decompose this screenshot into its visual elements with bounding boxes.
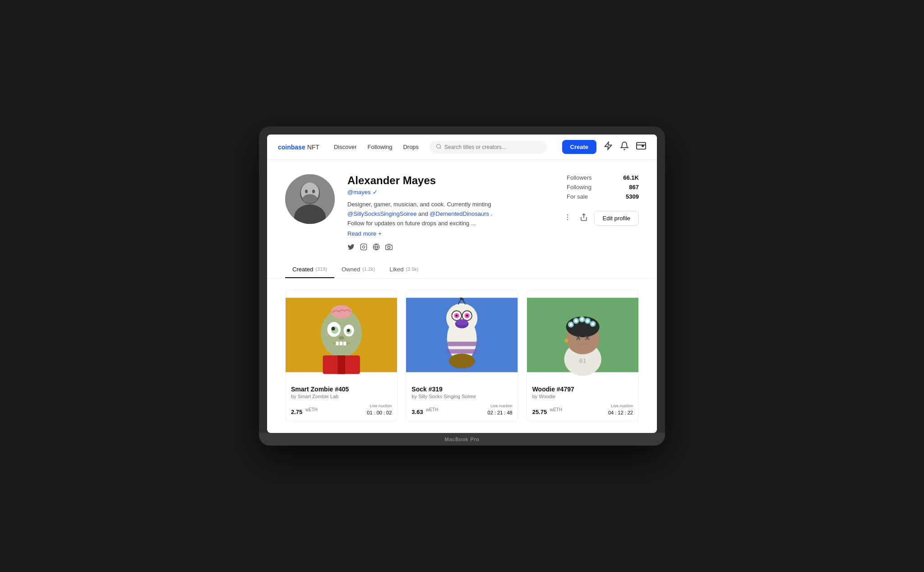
svg-point-10 xyxy=(305,190,308,193)
svg-point-53 xyxy=(456,319,468,325)
search-input[interactable] xyxy=(444,144,541,150)
nav-following[interactable]: Following xyxy=(368,144,393,150)
tab-created-label: Created xyxy=(292,266,313,273)
tabs-section: Created (319) Owned (1.2k) Liked (3.5k) xyxy=(267,261,657,279)
svg-point-12 xyxy=(303,194,317,203)
svg-point-68 xyxy=(586,319,589,322)
nft-price-3: 25.75 wETH xyxy=(532,407,562,416)
nft-title-2: Sock #319 xyxy=(411,386,512,393)
nft-card-2[interactable]: Sock #319 by Silly Socks Singing Soiree … xyxy=(406,289,518,422)
svg-point-70 xyxy=(591,322,594,326)
tab-liked-label: Liked xyxy=(389,266,403,273)
tab-liked[interactable]: Liked (3.5k) xyxy=(382,261,425,278)
laptop-base-label: MacBook Pro xyxy=(444,437,479,442)
svg-point-19 xyxy=(567,217,568,218)
svg-rect-32 xyxy=(336,342,339,345)
bio-link1[interactable]: @SillySocksSingingSoiree xyxy=(347,210,416,217)
nft-price-row-2: 3.63 wETH Live Auction 02 : 21 : 48 xyxy=(411,404,512,416)
forsale-label: For sale xyxy=(567,193,588,200)
bio-link2[interactable]: @DementedDinosaurs xyxy=(430,210,489,217)
svg-point-64 xyxy=(574,319,578,322)
instagram-icon[interactable] xyxy=(360,243,367,252)
stat-following: Following 867 xyxy=(567,184,639,191)
create-button[interactable]: Create xyxy=(562,140,596,154)
nft-card-1[interactable]: Smart Zombie #405 by Smart Zombie Lab 2.… xyxy=(285,289,397,422)
svg-point-47 xyxy=(466,314,468,316)
search-bar[interactable] xyxy=(430,141,547,153)
nft-image-1 xyxy=(286,290,397,380)
bolt-icon[interactable] xyxy=(604,141,613,153)
stat-followers: Followers 66.1K xyxy=(567,174,639,181)
forsale-value: 5309 xyxy=(626,193,639,200)
nft-price-2: 3.63 wETH xyxy=(411,407,438,416)
svg-rect-33 xyxy=(340,342,343,345)
stat-forsale: For sale 5309 xyxy=(567,193,639,200)
bio-and: and xyxy=(418,210,430,217)
svg-point-66 xyxy=(580,318,583,321)
followers-value: 66.1K xyxy=(623,174,639,181)
bio-text: Designer, gamer, musician, and cook. Cur… xyxy=(347,201,491,208)
following-value: 867 xyxy=(629,184,639,191)
bio-suffix: . xyxy=(491,210,493,217)
bell-icon[interactable] xyxy=(620,141,629,153)
nft-grid: Smart Zombie #405 by Smart Zombie Lab 2.… xyxy=(267,279,657,433)
camera-icon[interactable] xyxy=(385,243,393,252)
logo-nft-text: NFT xyxy=(307,144,319,151)
nft-info-3: Woodie #4797 by Woodie 25.75 wETH Live A… xyxy=(527,380,638,422)
globe-icon[interactable] xyxy=(373,243,380,252)
verified-icon: ✓ xyxy=(373,189,378,195)
read-more-button[interactable]: Read more + xyxy=(347,230,549,237)
svg-text:01: 01 xyxy=(579,358,586,364)
svg-rect-40 xyxy=(447,349,477,353)
twitter-icon[interactable] xyxy=(347,243,355,252)
svg-point-30 xyxy=(331,305,352,319)
nav-discover[interactable]: Discover xyxy=(334,144,357,150)
social-icons xyxy=(347,243,549,252)
wallet-icon[interactable] xyxy=(636,141,646,153)
nft-info-2: Sock #319 by Silly Socks Singing Soiree … xyxy=(406,380,517,422)
profile-name: Alexander Mayes xyxy=(347,174,549,187)
nft-price-1: 2.75 wETH xyxy=(291,407,318,416)
svg-point-51 xyxy=(462,298,464,300)
svg-point-62 xyxy=(569,323,573,326)
profile-section: Alexander Mayes @mayes ✓ Designer, gamer… xyxy=(267,160,657,261)
navbar: coinbase NFT Discover Following Drops Cr… xyxy=(267,135,657,160)
nft-title-3: Woodie #4797 xyxy=(532,386,633,393)
profile-stats: Followers 66.1K Following 867 For sale 5… xyxy=(567,174,639,200)
nft-info-1: Smart Zombie #405 by Smart Zombie Lab 2.… xyxy=(286,380,397,422)
nav-drops[interactable]: Drops xyxy=(403,144,419,150)
followers-label: Followers xyxy=(567,174,592,181)
svg-rect-39 xyxy=(447,342,477,346)
tab-owned-label: Owned xyxy=(342,266,360,273)
profile-info: Alexander Mayes @mayes ✓ Designer, gamer… xyxy=(347,174,549,252)
action-row: Edit profile xyxy=(562,211,639,226)
nft-auction-2: Live Auction 02 : 21 : 48 xyxy=(488,404,513,416)
nft-card-3[interactable]: 01 xyxy=(527,289,639,422)
logo-coinbase-text: coinbase xyxy=(278,144,305,151)
nft-auction-3: Live Auction 04 : 12 : 22 xyxy=(608,404,633,416)
tab-owned[interactable]: Owned (1.2k) xyxy=(334,261,382,278)
following-label: Following xyxy=(567,184,591,191)
nft-creator-3: by Woodie xyxy=(532,394,633,399)
profile-handle: @mayes ✓ xyxy=(347,189,549,195)
svg-point-27 xyxy=(331,327,335,330)
nav-right: Create xyxy=(562,140,646,154)
nft-price-row-3: 25.75 wETH Live Auction 04 : 12 : 22 xyxy=(532,404,633,416)
share-button[interactable] xyxy=(578,211,590,225)
svg-point-46 xyxy=(456,314,458,316)
tab-created-count: (319) xyxy=(315,266,327,272)
nft-image-2 xyxy=(406,290,517,380)
more-options-button[interactable] xyxy=(562,211,573,225)
logo[interactable]: coinbase NFT xyxy=(278,144,319,151)
svg-point-17 xyxy=(388,246,390,248)
nft-image-3: 01 xyxy=(527,290,638,380)
svg-line-1 xyxy=(440,148,441,149)
svg-point-29 xyxy=(347,329,350,332)
svg-point-76 xyxy=(564,339,568,342)
tab-created[interactable]: Created (319) xyxy=(285,261,334,278)
bio-extra: Follow for updates on future drops and e… xyxy=(347,220,476,227)
tab-liked-count: (3.5k) xyxy=(406,266,418,272)
edit-profile-button[interactable]: Edit profile xyxy=(594,211,639,226)
screen: coinbase NFT Discover Following Drops Cr… xyxy=(267,135,657,432)
nft-creator-1: by Smart Zombie Lab xyxy=(291,394,392,399)
